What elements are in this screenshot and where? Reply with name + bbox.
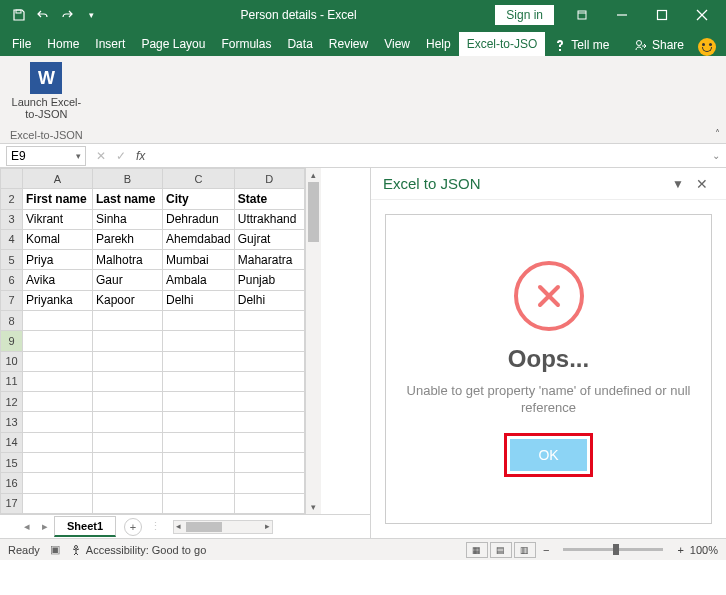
cell-D4[interactable]: Gujrat	[234, 229, 304, 249]
accessibility-status[interactable]: Accessibility: Good to go	[70, 544, 206, 556]
cell-A9[interactable]	[23, 331, 93, 351]
macro-record-icon[interactable]: ▣	[50, 543, 60, 556]
cell-D5[interactable]: Maharatra	[234, 250, 304, 270]
row-header-4[interactable]: 4	[1, 229, 23, 249]
pagebreak-view-icon[interactable]: ▥	[514, 542, 536, 558]
cell-D7[interactable]: Delhi	[234, 290, 304, 310]
column-header-A[interactable]: A	[23, 169, 93, 189]
cell-A17[interactable]	[23, 493, 93, 514]
select-all-corner[interactable]	[1, 169, 23, 189]
cell-B3[interactable]: Sinha	[93, 209, 163, 229]
cell-A7[interactable]: Priyanka	[23, 290, 93, 310]
row-header-12[interactable]: 12	[1, 392, 23, 412]
collapse-ribbon-icon[interactable]: ˄	[715, 128, 720, 139]
pagelayout-view-icon[interactable]: ▤	[490, 542, 512, 558]
feedback-smiley-icon[interactable]	[698, 38, 716, 56]
cell-A16[interactable]	[23, 473, 93, 493]
cell-B14[interactable]	[93, 432, 163, 452]
cell-C5[interactable]: Mumbai	[163, 250, 235, 270]
row-header-5[interactable]: 5	[1, 250, 23, 270]
cell-B2[interactable]: Last name	[93, 189, 163, 209]
share-button[interactable]: Share	[626, 34, 692, 56]
tab-review[interactable]: Review	[321, 32, 376, 56]
cell-B15[interactable]	[93, 452, 163, 472]
row-header-14[interactable]: 14	[1, 432, 23, 452]
cell-C11[interactable]	[163, 371, 235, 391]
row-header-2[interactable]: 2	[1, 189, 23, 209]
cell-B13[interactable]	[93, 412, 163, 432]
cell-C9[interactable]	[163, 331, 235, 351]
cell-D17[interactable]	[234, 493, 304, 514]
cell-D15[interactable]	[234, 452, 304, 472]
cell-B7[interactable]: Kapoor	[93, 290, 163, 310]
cell-C2[interactable]: City	[163, 189, 235, 209]
fx-label[interactable]: fx	[136, 149, 145, 163]
row-header-15[interactable]: 15	[1, 452, 23, 472]
cell-C15[interactable]	[163, 452, 235, 472]
cell-D9[interactable]	[234, 331, 304, 351]
zoom-slider[interactable]	[563, 548, 663, 551]
cell-C10[interactable]	[163, 351, 235, 371]
cell-D13[interactable]	[234, 412, 304, 432]
row-header-3[interactable]: 3	[1, 209, 23, 229]
tellme[interactable]: Tell me	[545, 34, 617, 56]
cell-B12[interactable]	[93, 392, 163, 412]
cell-A10[interactable]	[23, 351, 93, 371]
row-header-6[interactable]: 6	[1, 270, 23, 290]
cell-C8[interactable]	[163, 310, 235, 330]
cell-D16[interactable]	[234, 473, 304, 493]
tab-file[interactable]: File	[4, 32, 39, 56]
sheet-nav-next-icon[interactable]: ▸	[36, 520, 54, 533]
row-header-13[interactable]: 13	[1, 412, 23, 432]
tab-insert[interactable]: Insert	[87, 32, 133, 56]
save-icon[interactable]	[8, 4, 30, 26]
undo-icon[interactable]	[32, 4, 54, 26]
cell-A12[interactable]	[23, 392, 93, 412]
cell-B8[interactable]	[93, 310, 163, 330]
row-header-16[interactable]: 16	[1, 473, 23, 493]
cell-D10[interactable]	[234, 351, 304, 371]
cell-A6[interactable]: Avika	[23, 270, 93, 290]
name-box-dropdown-icon[interactable]: ▾	[76, 151, 81, 161]
cell-C14[interactable]	[163, 432, 235, 452]
cell-B6[interactable]: Gaur	[93, 270, 163, 290]
cell-D14[interactable]	[234, 432, 304, 452]
column-header-D[interactable]: D	[234, 169, 304, 189]
row-header-11[interactable]: 11	[1, 371, 23, 391]
cell-B5[interactable]: Malhotra	[93, 250, 163, 270]
cell-C17[interactable]	[163, 493, 235, 514]
cell-B4[interactable]: Parekh	[93, 229, 163, 249]
sheet-tab-sheet1[interactable]: Sheet1	[54, 516, 116, 537]
cell-A5[interactable]: Priya	[23, 250, 93, 270]
taskpane-menu-icon[interactable]: ▼	[666, 177, 690, 191]
maximize-icon[interactable]	[642, 0, 682, 30]
tab-view[interactable]: View	[376, 32, 418, 56]
ribbon-options-icon[interactable]	[562, 0, 602, 30]
cell-C13[interactable]	[163, 412, 235, 432]
cell-C6[interactable]: Ambala	[163, 270, 235, 290]
cell-C12[interactable]	[163, 392, 235, 412]
tab-home[interactable]: Home	[39, 32, 87, 56]
expand-formula-bar-icon[interactable]: ⌄	[706, 150, 726, 161]
column-header-B[interactable]: B	[93, 169, 163, 189]
cell-B9[interactable]	[93, 331, 163, 351]
cell-B10[interactable]	[93, 351, 163, 371]
cell-C3[interactable]: Dehradun	[163, 209, 235, 229]
tab-formulas[interactable]: Formulas	[213, 32, 279, 56]
cell-C7[interactable]: Delhi	[163, 290, 235, 310]
redo-icon[interactable]	[56, 4, 78, 26]
zoom-minus[interactable]: −	[543, 544, 549, 556]
zoom-plus[interactable]: +	[677, 544, 683, 556]
cell-D8[interactable]	[234, 310, 304, 330]
zoom-slider-knob[interactable]	[613, 544, 619, 555]
cell-B11[interactable]	[93, 371, 163, 391]
name-box[interactable]: E9 ▾	[6, 146, 86, 166]
row-header-7[interactable]: 7	[1, 290, 23, 310]
qat-dropdown-icon[interactable]: ▾	[80, 4, 102, 26]
launch-addin-label[interactable]: Launch Excel- to-JSON	[12, 96, 82, 120]
cell-B16[interactable]	[93, 473, 163, 493]
cell-A11[interactable]	[23, 371, 93, 391]
zoom-level[interactable]: 100%	[690, 544, 718, 556]
cell-D6[interactable]: Punjab	[234, 270, 304, 290]
signin-button[interactable]: Sign in	[495, 5, 554, 25]
